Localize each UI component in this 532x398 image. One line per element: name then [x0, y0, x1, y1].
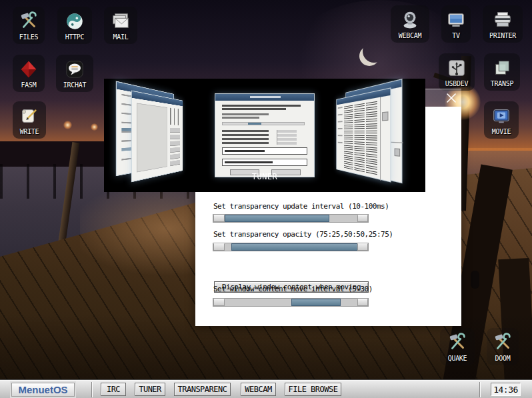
- preview-content: [225, 150, 265, 152]
- preview-slider: [222, 122, 305, 125]
- icon-label: MAIL: [113, 33, 129, 41]
- preview-content: [353, 105, 354, 170]
- preview-titlebar: [215, 94, 314, 101]
- slider-right-cap[interactable]: [357, 215, 368, 222]
- start-button[interactable]: MenuetOS: [11, 383, 75, 397]
- preview-content: [222, 117, 259, 119]
- preview-content: [222, 108, 286, 110]
- slider-right-cap[interactable]: [357, 243, 368, 251]
- preview-content: [222, 105, 301, 107]
- taskbar-separator: [479, 382, 481, 397]
- preview-content: [170, 128, 180, 168]
- desktop-icon-files[interactable]: FILES: [13, 7, 45, 44]
- tools-icon: [447, 333, 467, 353]
- slider-left-cap[interactable]: [213, 215, 225, 222]
- scroll-pen-icon: [19, 106, 39, 126]
- person-silhouette: [471, 271, 479, 289]
- desktop-icon-tv[interactable]: TV: [441, 5, 471, 43]
- icon-label: WRITE: [20, 128, 39, 135]
- desktop-icon-httpc[interactable]: HTTPC: [57, 7, 92, 44]
- update-interval-label: Set transparency update interval (10-100…: [213, 202, 389, 211]
- desktop-icon-transp[interactable]: TRANSP: [484, 53, 520, 91]
- moon-crescent: [363, 40, 385, 63]
- slider-right-cap[interactable]: [357, 299, 368, 306]
- preview-content: [222, 130, 269, 145]
- preview-window-front: [336, 87, 391, 182]
- icon-label: TRANSP: [491, 80, 513, 87]
- desktop-icon-write[interactable]: WRITE: [13, 101, 46, 139]
- preview-content: [365, 103, 366, 173]
- preview-content: [395, 148, 401, 157]
- move-interval-label: Set window content move interval (5-30): [213, 285, 373, 293]
- preview-scrollbar-nub: [382, 111, 389, 121]
- taskbar-separator: [91, 382, 93, 397]
- preview-content: [380, 97, 381, 181]
- printer-icon: [493, 10, 513, 30]
- preview-file-listing: [344, 101, 377, 175]
- icon-label: PRINTER: [489, 32, 516, 39]
- icon-label: WEBCAM: [399, 32, 421, 39]
- move-interval-slider[interactable]: [213, 298, 369, 307]
- opacity-label: Set transparency opacity (75:25,50:50,25…: [213, 230, 393, 239]
- fasm-red-gem-icon: [19, 59, 39, 79]
- task-button-transparenc[interactable]: TRANSPARENC: [174, 383, 231, 396]
- taskbar-clock: 14:36: [491, 383, 521, 396]
- preview-content: [222, 113, 269, 115]
- task-button-irc[interactable]: IRC: [101, 383, 126, 396]
- preview-title-text: [250, 96, 281, 98]
- preview-textbox: [222, 147, 307, 155]
- webcam-icon: [400, 10, 420, 30]
- distant-lamp-glow: [63, 121, 72, 129]
- switcher-preview-center[interactable]: [215, 93, 315, 177]
- preview-window-front: [131, 90, 183, 182]
- desktop-icon-doom[interactable]: DOOM: [487, 328, 519, 365]
- slider-thumb[interactable]: [231, 243, 359, 251]
- switcher-selected-app-label: TUNER: [104, 172, 425, 181]
- desktop-icon-quake[interactable]: QUAKE: [440, 328, 475, 365]
- icon-label: FILES: [19, 33, 39, 41]
- preview-content: [225, 161, 273, 163]
- switcher-preview-left[interactable]: [113, 89, 213, 183]
- desktop-icon-fasm[interactable]: FASM: [13, 55, 45, 92]
- icon-label: TV: [452, 32, 459, 39]
- icon-label: USBDEV: [445, 80, 468, 87]
- preview-content: [277, 130, 297, 145]
- chat-bubble-icon: [65, 59, 85, 79]
- yin-yang-globe-icon: [65, 11, 85, 31]
- window-switcher-overlay: TUNER: [104, 79, 425, 192]
- slider-thumb[interactable]: [225, 215, 329, 222]
- tv-icon: [446, 10, 466, 30]
- envelope-icon: [111, 11, 131, 31]
- close-icon[interactable]: [445, 92, 457, 104]
- task-button-webcam[interactable]: WEBCAM: [241, 383, 276, 396]
- movie-play-icon: [491, 106, 511, 126]
- icon-label: FASM: [21, 81, 37, 89]
- distant-lamp-glow: [91, 123, 98, 131]
- slider-thumb[interactable]: [291, 299, 341, 306]
- icon-label: DOOM: [495, 355, 511, 362]
- slider-left-cap[interactable]: [213, 299, 225, 306]
- task-button-tuner[interactable]: TUNER: [135, 383, 165, 396]
- desktop: FILES HTTPC MAIL FASM IRCHAT WRITE WEBCA…: [0, 0, 532, 398]
- taskbar: MenuetOS IRC TUNER TRANSPARENC WEBCAM FI…: [0, 380, 532, 398]
- desktop-icon-mail[interactable]: MAIL: [104, 7, 137, 44]
- preview-content: [338, 107, 343, 148]
- preview-content: [137, 103, 167, 172]
- desktop-icon-usbdev[interactable]: USBDEV: [439, 53, 475, 91]
- desktop-icon-irchat[interactable]: IRCHAT: [56, 55, 93, 92]
- desktop-icon-movie[interactable]: MOVIE: [484, 101, 519, 139]
- slider-left-cap[interactable]: [213, 243, 225, 251]
- icon-label: MOVIE: [492, 128, 511, 135]
- icon-label: HTTPC: [65, 33, 85, 41]
- tools-icon: [493, 333, 513, 353]
- icon-label: QUAKE: [448, 355, 467, 362]
- task-button-file-browse[interactable]: FILE BROWSE: [285, 383, 341, 396]
- update-interval-slider[interactable]: [213, 214, 369, 223]
- usb-icon: [447, 58, 467, 78]
- overlapping-squares-icon: [492, 58, 512, 78]
- preview-slider-thumb: [248, 123, 261, 125]
- tools-icon: [19, 11, 39, 31]
- desktop-icon-webcam[interactable]: WEBCAM: [391, 5, 429, 43]
- opacity-slider[interactable]: [213, 243, 369, 251]
- desktop-icon-printer[interactable]: PRINTER: [483, 5, 523, 43]
